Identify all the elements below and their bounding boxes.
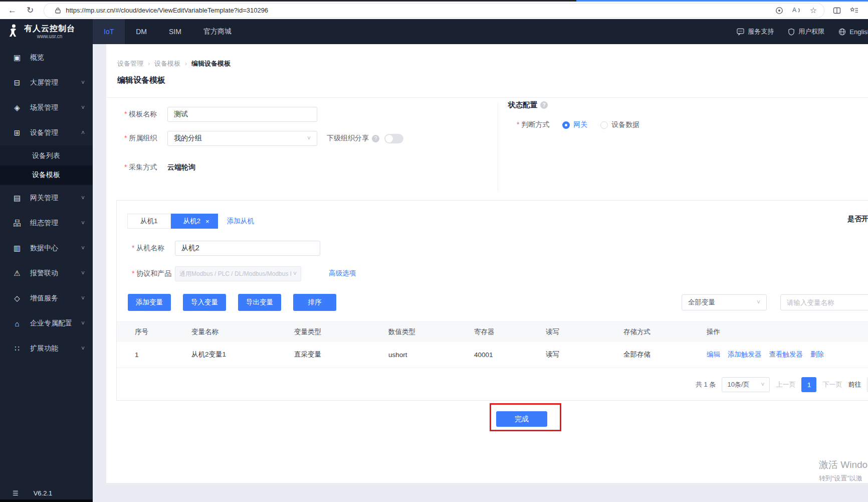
tab-slave2[interactable]: 从机2 ×	[171, 214, 218, 229]
sidebar-item-extensions[interactable]: ∷ 扩展功能 ˅	[0, 336, 93, 361]
tab-slave1[interactable]: 从机1	[127, 214, 171, 229]
screen: ← ↻ https://mp.usr.cn/#/cloud/device/Vie…	[0, 0, 868, 502]
radio-device-data[interactable]: 设备数据	[600, 120, 639, 129]
variable-search-input[interactable]	[780, 294, 868, 310]
slave-name-input[interactable]	[175, 241, 320, 256]
breadcrumb-current: 编辑设备模板	[191, 59, 231, 68]
sidebar-item-overview[interactable]: ▣ 概览	[0, 45, 93, 70]
import-variable-button[interactable]: 导入变量	[183, 294, 226, 311]
user-permission-link[interactable]: 用户权限	[788, 27, 824, 36]
cell-value-type: ushort	[377, 351, 463, 359]
device-mgmt-submenu: 设备列表 设备模板	[0, 145, 93, 186]
template-name-label: 模板名称	[124, 110, 167, 119]
sidebar-item-screen-mgmt[interactable]: ⊟ 大屏管理 ˅	[0, 70, 93, 95]
screen-icon: ⊟	[13, 78, 22, 87]
chevron-down-icon: ˅	[81, 79, 85, 86]
language-switch[interactable]: English	[838, 28, 868, 36]
share-toggle[interactable]	[384, 134, 403, 143]
cell-variable-name: 从机2变量1	[173, 350, 282, 359]
grid-icon: ∷	[13, 344, 22, 353]
lock-icon	[55, 7, 61, 14]
sidebar-item-device-list[interactable]: 设备列表	[0, 146, 93, 165]
device-icon: ⊞	[13, 128, 22, 137]
back-icon[interactable]: ←	[8, 6, 17, 15]
favorites-list-icon[interactable]	[850, 7, 858, 14]
sort-button[interactable]: 排序	[293, 294, 336, 311]
chevron-down-icon: ˅	[81, 104, 85, 111]
collapse-sidebar-icon[interactable]: ☰	[13, 489, 19, 497]
sidebar-item-enterprise-config[interactable]: ⌂ 企业专属配置 ˅	[0, 311, 93, 336]
chevron-down-icon: ˅	[761, 381, 764, 388]
sidebar-item-alarm-linkage[interactable]: ⚠ 报警联动 ˅	[0, 261, 93, 286]
protocol-select-disabled: 通用Modbus / PLC / DL/Modbus/Modbus R1 ˅	[175, 266, 301, 281]
breadcrumb-device-template[interactable]: 设备模板	[154, 59, 180, 68]
org-select[interactable]: 我的分组 ˅	[167, 131, 317, 146]
brand-logo[interactable]: 有人云控制台 www.usr.cn	[0, 24, 93, 40]
add-trigger-link[interactable]: 添加触发器	[728, 350, 762, 359]
done-button[interactable]: 完成	[496, 411, 547, 427]
slave-config-card: 从机1 从机2 × 添加从机 是否开启多 从机名称 协议和产品 通用	[116, 200, 868, 401]
sidebar: ▣ 概览 ⊟ 大屏管理 ˅ ◈ 场景管理 ˅ ⊞ 设备管理 ˄ 设备列表 设备模…	[0, 44, 93, 502]
support-link[interactable]: 服务支持	[737, 27, 774, 36]
export-variable-button[interactable]: 导出变量	[238, 294, 281, 311]
chevron-down-icon: ˅	[81, 195, 85, 202]
breadcrumb-device-mgmt[interactable]: 设备管理	[117, 59, 143, 68]
next-page-button[interactable]: 下一页	[822, 380, 842, 389]
advanced-options-link[interactable]: 高级选项	[329, 269, 356, 278]
page-title: 编辑设备模板	[117, 75, 165, 86]
collect-method-value: 云端轮询	[167, 163, 195, 172]
tab-iot[interactable]: IoT	[93, 19, 125, 44]
add-slave-link[interactable]: 添加从机	[227, 217, 254, 226]
read-aloud-icon[interactable]: A	[792, 7, 801, 14]
help-icon[interactable]: ?	[372, 135, 379, 142]
person-logo-icon	[7, 24, 20, 40]
tab-mall[interactable]: 官方商城	[192, 19, 243, 44]
add-variable-button[interactable]: 添加变量	[128, 294, 171, 311]
chevron-up-icon: ˄	[81, 129, 85, 136]
radio-gateway[interactable]: 网关	[562, 120, 587, 129]
current-page-button[interactable]: 1	[801, 377, 816, 392]
page-size-select[interactable]: 10条/页 ˅	[722, 377, 770, 392]
sidebar-item-device-mgmt[interactable]: ⊞ 设备管理 ˄	[0, 120, 93, 145]
shield-icon	[788, 28, 795, 36]
variable-filter-select[interactable]: 全部变量 ˅	[682, 294, 767, 310]
chevron-down-icon: ˅	[307, 135, 311, 142]
slave-name-row: 从机名称	[132, 240, 320, 256]
pagination: 共 1 条 10条/页 ˅ 上一页 1 下一页 前往	[696, 377, 868, 392]
sidebar-item-gateway-mgmt[interactable]: ▤ 网关管理 ˅	[0, 186, 93, 211]
sidebar-item-value-added[interactable]: ◇ 增值服务 ˅	[0, 286, 93, 311]
browser-chrome: ← ↻ https://mp.usr.cn/#/cloud/device/Vie…	[0, 0, 868, 19]
collect-row: 采集方式 云端轮询	[124, 159, 195, 176]
favorite-star-icon[interactable]: ☆	[810, 6, 817, 15]
url-text[interactable]: https://mp.usr.cn/#/cloud/device/ViewEdi…	[66, 7, 766, 14]
vertical-divider	[498, 102, 498, 191]
tab-sim[interactable]: SIM	[158, 19, 192, 44]
sidebar-item-device-template[interactable]: 设备模板	[0, 165, 93, 185]
chevron-down-icon: ˅	[293, 270, 297, 277]
bar-chart-icon: ▥	[13, 244, 22, 253]
sidebar-item-config-mgmt[interactable]: 品 组态管理 ˅	[0, 211, 93, 236]
close-tab-icon[interactable]: ×	[205, 218, 209, 225]
globe-icon	[838, 28, 846, 36]
top-menu: IoT DM SIM 官方商城	[93, 19, 243, 44]
table-row: 1 从机2变量1 直采变量 ushort 40001 读写 全部存储 编辑 添加…	[117, 342, 868, 368]
location-icon[interactable]	[775, 7, 783, 15]
delete-link[interactable]: 删除	[810, 350, 824, 359]
help-icon[interactable]: ?	[540, 101, 548, 109]
refresh-icon[interactable]: ↻	[27, 6, 34, 15]
address-bar[interactable]: https://mp.usr.cn/#/cloud/device/ViewEdi…	[44, 3, 824, 18]
split-screen-icon[interactable]	[833, 7, 841, 15]
diamond-icon: ◇	[13, 294, 22, 303]
top-navbar: 有人云控制台 www.usr.cn IoT DM SIM 官方商城 服务支持 用…	[0, 19, 868, 44]
sidebar-item-data-center[interactable]: ▥ 数据中心 ˅	[0, 236, 93, 261]
prev-page-button[interactable]: 上一页	[776, 380, 795, 389]
edit-link[interactable]: 编辑	[707, 350, 720, 359]
template-name-input[interactable]	[167, 107, 317, 122]
sidebar-item-scene-mgmt[interactable]: ◈ 场景管理 ˅	[0, 95, 93, 120]
cell-index: 1	[117, 351, 173, 359]
protocol-row: 协议和产品 通用Modbus / PLC / DL/Modbus/Modbus …	[132, 266, 301, 282]
radio-selected-icon	[562, 121, 570, 129]
view-trigger-link[interactable]: 查看触发器	[769, 350, 803, 359]
tab-dm[interactable]: DM	[125, 19, 158, 44]
brand-subtitle: www.usr.cn	[24, 34, 75, 39]
